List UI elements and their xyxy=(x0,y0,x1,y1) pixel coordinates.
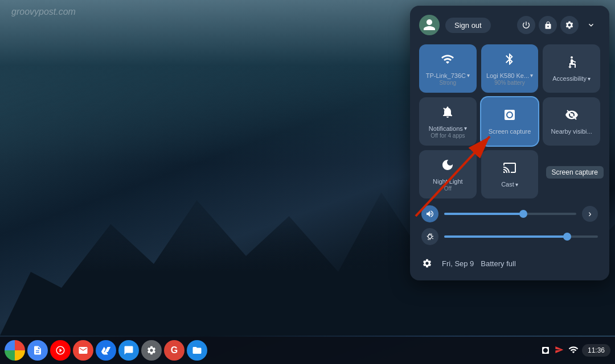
taskbar-app-gmail[interactable] xyxy=(73,340,93,361)
taskbar-right: 11:36 xyxy=(541,344,610,357)
bluetooth-label-row: Logi K580 Ke... ▾ xyxy=(486,72,533,80)
gear-icon xyxy=(422,258,432,268)
taskbar-send-icon[interactable] xyxy=(554,345,565,356)
power-button[interactable] xyxy=(517,16,535,34)
taskbar-app-youtube[interactable] xyxy=(50,340,71,361)
sign-out-button[interactable]: Sign out xyxy=(445,18,491,33)
taskbar-app-chrome[interactable] xyxy=(5,340,25,361)
brightness-slider-row xyxy=(419,228,600,245)
panel-header: Sign out xyxy=(419,15,600,35)
volume-expand-button[interactable]: › xyxy=(582,206,598,222)
taskbar-app-drive[interactable] xyxy=(96,340,116,361)
tile-bluetooth[interactable]: Logi K580 Ke... ▾ 90% battery xyxy=(481,44,539,93)
taskbar-wifi-icon xyxy=(568,345,579,355)
watermark: groovypost.com xyxy=(11,7,76,17)
chevron-down-button[interactable] xyxy=(582,16,600,34)
brightness-icon[interactable] xyxy=(421,228,438,245)
clock-time: 11:36 xyxy=(588,346,605,354)
notifications-label: Notifications xyxy=(429,125,463,133)
taskbar-app-docs[interactable] xyxy=(27,340,48,361)
notifications-label-row: Notifications ▾ xyxy=(429,125,467,133)
taskbar-app-google[interactable]: G xyxy=(164,340,184,361)
nearby-icon xyxy=(565,108,579,125)
wifi-sublabel: Strong xyxy=(440,80,456,86)
cast-arrow: ▾ xyxy=(515,181,518,188)
taskbar: G 11:36 xyxy=(0,337,615,364)
volume-slider-row: › xyxy=(419,205,600,222)
tile-notifications[interactable]: Notifications ▾ Off for 4 apps xyxy=(419,97,477,146)
taskbar-clock[interactable]: 11:36 xyxy=(582,344,610,357)
screen-capture-tooltip: Screen capture xyxy=(546,166,604,179)
tile-cast[interactable]: Cast ▾ xyxy=(481,150,539,198)
volume-track[interactable] xyxy=(444,213,576,215)
brightness-thumb[interactable] xyxy=(563,233,571,241)
tile-nearby[interactable]: Nearby visibi... xyxy=(543,97,600,146)
volume-thumb[interactable] xyxy=(519,210,527,218)
tile-screen-capture[interactable]: Screen capture xyxy=(481,97,539,146)
accessibility-label-row: Accessibility ▾ xyxy=(552,75,591,82)
bluetooth-icon xyxy=(503,52,516,69)
accessibility-icon xyxy=(565,55,579,72)
screen-capture-label: Screen capture xyxy=(489,127,531,135)
night-light-label: Night Light xyxy=(433,177,463,185)
settings-button[interactable] xyxy=(560,16,579,34)
brightness-fill xyxy=(444,235,567,238)
power-icon xyxy=(522,20,531,30)
quick-settings-panel: Sign out xyxy=(410,6,609,280)
taskbar-wifi[interactable] xyxy=(568,345,579,357)
accessibility-label: Accessibility xyxy=(552,75,587,82)
taskbar-apps: G xyxy=(5,340,541,361)
cast-label: Cast xyxy=(501,180,514,188)
wifi-arrow: ▾ xyxy=(467,72,470,78)
header-action-icons xyxy=(517,16,600,34)
taskbar-arrow-icon xyxy=(554,345,565,354)
lock-icon xyxy=(544,21,552,30)
volume-fill xyxy=(444,213,523,215)
screen-capture-icon xyxy=(503,108,516,125)
tile-accessibility[interactable]: Accessibility ▾ xyxy=(543,44,600,93)
wifi-label: TP-Link_736C xyxy=(426,72,466,80)
tile-night-light[interactable]: Night Light Off xyxy=(419,150,477,198)
cast-icon xyxy=(503,161,516,178)
volume-icon[interactable] xyxy=(421,205,438,222)
settings-icon xyxy=(565,20,574,30)
bluetooth-arrow: ▾ xyxy=(530,72,533,78)
cast-label-row: Cast ▾ xyxy=(501,180,518,188)
footer-date: Fri, Sep 9 xyxy=(442,259,474,268)
tile-wifi[interactable]: TP-Link_736C ▾ Strong xyxy=(419,44,477,93)
taskbar-screen-capture[interactable] xyxy=(541,346,550,355)
brightness-track[interactable] xyxy=(444,235,598,238)
lock-button[interactable] xyxy=(539,16,557,34)
nearby-label: Nearby visibi... xyxy=(551,127,592,135)
notifications-sublabel: Off for 4 apps xyxy=(430,133,465,139)
accessibility-arrow: ▾ xyxy=(588,76,591,82)
taskbar-app-meet[interactable] xyxy=(118,340,139,361)
notifications-arrow: ▾ xyxy=(464,125,467,131)
battery-status: Battery full xyxy=(481,259,515,268)
chevron-down-icon xyxy=(587,20,596,30)
panel-settings-button[interactable] xyxy=(419,255,435,271)
taskbar-app-settings[interactable] xyxy=(141,340,162,361)
wifi-label-row: TP-Link_736C ▾ xyxy=(426,72,470,80)
night-light-sublabel: Off xyxy=(444,185,452,192)
taskbar-screenshot-icon xyxy=(541,346,550,355)
bluetooth-label: Logi K580 Ke... xyxy=(486,72,529,80)
bluetooth-sublabel: 90% battery xyxy=(494,80,524,86)
notifications-icon xyxy=(441,105,454,122)
taskbar-app-files[interactable] xyxy=(187,340,207,361)
avatar xyxy=(419,15,440,35)
wifi-icon xyxy=(441,52,454,69)
panel-footer: Fri, Sep 9 Battery full xyxy=(419,251,600,271)
svg-point-2 xyxy=(571,56,573,59)
night-light-icon xyxy=(441,158,454,175)
